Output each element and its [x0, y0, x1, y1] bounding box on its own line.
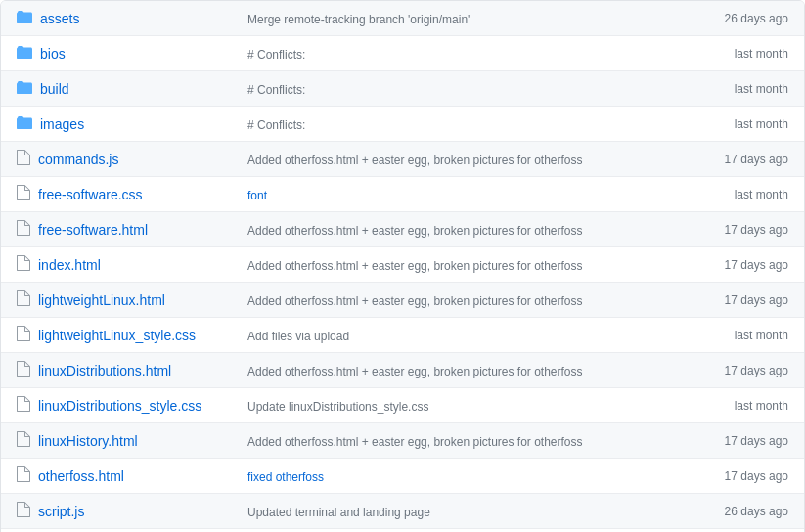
file-name-col: free-software.html: [17, 220, 232, 239]
commit-message-col: font: [232, 187, 691, 202]
file-name[interactable]: assets: [40, 11, 79, 26]
commit-time: last month: [691, 117, 788, 131]
table-row: images # Conflicts: last month: [1, 107, 804, 142]
table-row: assets Merge remote-tracking branch 'ori…: [1, 1, 804, 36]
table-row: index.html Added otherfoss.html + easter…: [1, 247, 804, 283]
commit-time: 17 days ago: [691, 469, 788, 483]
file-name-col: images: [17, 116, 232, 132]
file-name[interactable]: linuxDistributions.html: [38, 363, 171, 378]
commit-time: 17 days ago: [691, 293, 788, 307]
file-name-col: lightweightLinux_style.css: [17, 326, 232, 344]
commit-message-text: Update linuxDistributions_style.css: [247, 400, 428, 414]
commit-time: 17 days ago: [691, 153, 788, 166]
table-row: linuxDistributions_style.css Update linu…: [1, 388, 804, 423]
file-table: assets Merge remote-tracking branch 'ori…: [0, 0, 805, 532]
commit-time: 26 days ago: [691, 12, 788, 25]
file-name[interactable]: lightweightLinux_style.css: [38, 328, 196, 343]
commit-message-text: Added otherfoss.html + easter egg, broke…: [247, 154, 583, 167]
file-icon: [17, 185, 30, 203]
commit-message-text: Added otherfoss.html + easter egg, broke…: [247, 259, 583, 273]
file-name-col: linuxHistory.html: [17, 431, 232, 450]
commit-message-col: fixed otherfoss: [232, 468, 691, 484]
table-row: bios # Conflicts: last month: [1, 36, 804, 71]
commit-time: last month: [691, 188, 788, 201]
table-row: commands.js Added otherfoss.html + easte…: [1, 142, 804, 177]
commit-message-col: Added otherfoss.html + easter egg, broke…: [232, 292, 691, 308]
commit-message-col: Added otherfoss.html + easter egg, broke…: [232, 363, 691, 378]
commit-time: last month: [691, 82, 788, 96]
table-row: linuxHistory.html Added otherfoss.html +…: [1, 423, 804, 459]
commit-message-col: # Conflicts:: [232, 116, 691, 132]
file-name[interactable]: otherfoss.html: [38, 468, 124, 484]
file-name[interactable]: free-software.css: [38, 187, 143, 202]
file-name-col: index.html: [17, 255, 232, 274]
commit-message-text: # Conflicts:: [247, 83, 305, 97]
file-icon: [17, 502, 30, 520]
file-name[interactable]: lightweightLinux.html: [38, 292, 165, 308]
commit-message-col: Updated terminal and landing page: [232, 504, 691, 519]
file-name-col: free-software.css: [17, 185, 232, 203]
table-row: otherfoss.html fixed otherfoss 17 days a…: [1, 459, 804, 494]
file-name[interactable]: linuxHistory.html: [38, 433, 138, 449]
file-icon: [17, 326, 30, 344]
commit-message-col: Update linuxDistributions_style.css: [232, 398, 691, 414]
commit-message-col: # Conflicts:: [232, 81, 691, 97]
table-row: free-software.css font last month: [1, 177, 804, 212]
file-name[interactable]: index.html: [38, 257, 101, 273]
table-row: script.js Updated terminal and landing p…: [1, 494, 804, 529]
commit-message-text: Merge remote-tracking branch 'origin/mai…: [247, 13, 470, 26]
table-row: free-software.html Added otherfoss.html …: [1, 212, 804, 247]
file-icon: [17, 466, 30, 485]
folder-icon: [17, 81, 32, 97]
commit-message-col: Added otherfoss.html + easter egg, broke…: [232, 222, 691, 238]
commit-time: 17 days ago: [691, 258, 788, 272]
file-name-col: assets: [17, 11, 232, 26]
commit-time: 17 days ago: [691, 223, 788, 237]
file-icon: [17, 361, 30, 379]
file-name[interactable]: commands.js: [38, 152, 118, 167]
file-name[interactable]: linuxDistributions_style.css: [38, 398, 201, 414]
commit-message-text: Added otherfoss.html + easter egg, broke…: [247, 435, 583, 449]
file-name[interactable]: images: [40, 116, 84, 132]
commit-message-col: Added otherfoss.html + easter egg, broke…: [232, 257, 691, 273]
commit-message-col: Merge remote-tracking branch 'origin/mai…: [232, 11, 691, 26]
commit-message-text: Added otherfoss.html + easter egg, broke…: [247, 224, 583, 238]
table-row: lightweightLinux_style.css Add files via…: [1, 318, 804, 353]
commit-time: last month: [691, 47, 788, 61]
commit-message-col: Added otherfoss.html + easter egg, broke…: [232, 433, 691, 449]
commit-message-col: # Conflicts:: [232, 46, 691, 62]
file-icon: [17, 150, 30, 168]
commit-message-text: Updated terminal and landing page: [247, 506, 430, 519]
file-icon: [17, 431, 30, 450]
file-name[interactable]: bios: [40, 46, 66, 62]
folder-icon: [17, 46, 32, 62]
file-name-col: otherfoss.html: [17, 466, 232, 485]
commit-time: 17 days ago: [691, 434, 788, 448]
file-name-col: linuxDistributions.html: [17, 361, 232, 379]
commit-time: last month: [691, 329, 788, 342]
commit-message-text: Added otherfoss.html + easter egg, broke…: [247, 365, 583, 378]
commit-message-text[interactable]: font: [247, 189, 267, 202]
commit-time: last month: [691, 399, 788, 413]
file-name-col: linuxDistributions_style.css: [17, 396, 232, 415]
commit-message-col: Add files via upload: [232, 328, 691, 343]
file-icon: [17, 220, 30, 239]
commit-message-text[interactable]: fixed otherfoss: [247, 470, 324, 484]
folder-icon: [17, 11, 32, 26]
commit-time: 17 days ago: [691, 364, 788, 377]
file-icon: [17, 290, 30, 309]
file-name[interactable]: free-software.html: [38, 222, 148, 238]
commit-message-text: Add files via upload: [247, 330, 349, 343]
table-row: linuxDistributions.html Added otherfoss.…: [1, 353, 804, 388]
commit-message-text: # Conflicts:: [247, 48, 305, 62]
file-icon: [17, 255, 30, 274]
table-row: build # Conflicts: last month: [1, 71, 804, 107]
commit-message-col: Added otherfoss.html + easter egg, broke…: [232, 152, 691, 167]
commit-message-text: Added otherfoss.html + easter egg, broke…: [247, 294, 583, 308]
file-name[interactable]: build: [40, 81, 69, 97]
file-name[interactable]: script.js: [38, 504, 84, 519]
file-icon: [17, 396, 30, 415]
file-name-col: commands.js: [17, 150, 232, 168]
file-name-col: script.js: [17, 502, 232, 520]
commit-time: 26 days ago: [691, 505, 788, 518]
